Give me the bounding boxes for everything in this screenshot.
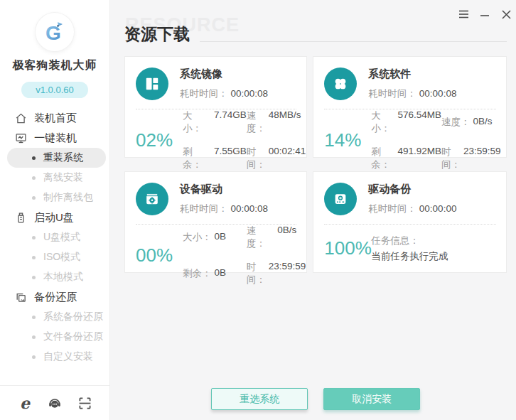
windows-grid-icon: [136, 68, 168, 100]
sidebar-item-label: 文件备份还原: [43, 330, 103, 343]
sidebar-item-label: 离线安装: [43, 171, 83, 184]
close-icon[interactable]: [497, 7, 515, 21]
stat-value: 0B/s: [473, 116, 492, 129]
sidebar-item-local-mode[interactable]: 本地模式: [0, 267, 109, 287]
card-title: 系统镜像: [180, 68, 268, 81]
stat-value: 0B: [215, 231, 227, 244]
sidebar-item-label: 装机首页: [34, 112, 77, 125]
driver-box-icon: [136, 183, 168, 215]
stat-label: 速度：: [247, 225, 275, 250]
stat-label: 速度：: [247, 109, 266, 135]
sidebar-item-boot-usb[interactable]: 启动U盘: [0, 208, 109, 227]
sidebar-item-system-backup-restore[interactable]: 系统备份还原: [0, 307, 109, 327]
minimize-icon[interactable]: [475, 7, 494, 21]
stat-value: 48MB/s: [269, 109, 301, 135]
sidebar-item-label: 启动U盘: [34, 211, 74, 225]
app-title: 极客狗装机大师: [13, 58, 97, 73]
sidebar-item-make-offline-package[interactable]: 制作离线包: [0, 188, 109, 208]
sidebar-item-label: U盘模式: [43, 231, 80, 244]
version-badge: v1.0.0.60: [21, 82, 88, 98]
sidebar-item-custom-install[interactable]: 自定义安装: [0, 347, 109, 367]
bullet-icon: [32, 236, 36, 239]
elapsed-value: 00:00:08: [419, 88, 457, 99]
main-panel: RESOURCE 资源下载 系统镜像 耗时时间：00:00:08: [110, 0, 516, 420]
clover-icon: [324, 68, 357, 100]
cancel-install-button[interactable]: 取消安装: [323, 388, 420, 410]
bullet-icon: [32, 355, 36, 359]
bullet-icon: [32, 276, 36, 279]
card-system-image: 系统镜像 耗时时间：00:00:08 02% 大小：7.74GB 速度：48MB…: [124, 56, 307, 158]
ie-browser-icon[interactable]: e: [17, 395, 33, 411]
sidebar-item-label: 本地模式: [43, 271, 83, 284]
download-cards: 系统镜像 耗时时间：00:00:08 02% 大小：7.74GB 速度：48MB…: [124, 56, 507, 273]
stat-label: 时间：: [441, 146, 461, 171]
sidebar-item-label: 备份还原: [34, 291, 77, 304]
sidebar-item-label: 重装系统: [43, 151, 83, 164]
action-buttons: 重选系统 取消安装: [110, 388, 516, 420]
task-info-label: 任务信息：: [371, 233, 448, 249]
page-header: RESOURCE 资源下载: [124, 21, 507, 45]
stat-value: 0B/s: [277, 225, 296, 250]
sidebar-item-home[interactable]: 装机首页: [0, 108, 109, 128]
progress-percent: 00%: [136, 244, 183, 266]
sidebar-item-reinstall-system[interactable]: 重装系统: [7, 148, 106, 168]
bullet-icon: [32, 335, 36, 339]
stat-label: 大小：: [371, 109, 394, 135]
stat-label: 速度：: [441, 116, 471, 129]
elapsed-label: 耗时时间：: [180, 203, 228, 214]
sidebar-item-offline-install[interactable]: 离线安装: [0, 168, 109, 188]
stat-value: 23:59:59: [269, 261, 306, 286]
elapsed-label: 耗时时间：: [368, 88, 416, 99]
sidebar-item-file-backup-restore[interactable]: 文件备份还原: [0, 327, 109, 347]
reselect-system-button[interactable]: 重选系统: [211, 388, 308, 410]
sidebar-item-one-click-install[interactable]: 一键装机: [0, 128, 109, 148]
card-title: 系统软件: [368, 68, 456, 81]
elapsed-value: 00:00:08: [231, 203, 269, 214]
page-title: 资源下载: [124, 23, 200, 45]
sidebar: G 极客狗装机大师 v1.0.0.60 装机首页一键装机重装系统离线安装制作离线…: [0, 0, 110, 420]
elapsed-value: 00:00:00: [419, 203, 457, 214]
app-logo: G: [36, 13, 74, 51]
sidebar-item-label: 制作离线包: [43, 191, 93, 204]
sidebar-item-label: ISO模式: [43, 251, 80, 264]
sidebar-item-iso-mode[interactable]: ISO模式: [0, 247, 109, 267]
sidebar-item-usb-mode[interactable]: U盘模式: [0, 227, 109, 247]
qr-scan-icon[interactable]: [77, 395, 92, 411]
task-info-text: 当前任务执行完成: [371, 249, 448, 264]
stat-value: 0B: [215, 267, 227, 280]
window-controls: [454, 7, 515, 21]
backup-icon: [15, 291, 27, 303]
menu-icon[interactable]: [454, 7, 473, 21]
usb-icon: [15, 212, 27, 224]
stat-value: 00:02:41: [269, 146, 306, 171]
sidebar-item-label: 自定义安装: [43, 350, 93, 363]
stat-label: 时间：: [247, 146, 266, 171]
bullet-icon: [32, 316, 36, 319]
stat-value: 7.74GB: [214, 109, 247, 135]
stat-label: 大小：: [183, 109, 211, 135]
sidebar-footer: e: [0, 385, 109, 420]
stat-label: 剩余：: [371, 146, 394, 171]
bullet-icon: [32, 256, 36, 259]
sidebar-item-label: 系统备份还原: [43, 311, 103, 323]
header-divider: [200, 41, 507, 42]
card-driver-backup: 驱动备份 耗时时间：00:00:00 100% 任务信息： 当前任务执行完成: [313, 171, 507, 273]
elapsed-label: 耗时时间：: [368, 203, 416, 214]
sidebar-item-label: 一键装机: [34, 131, 77, 145]
stat-value: 491.92MB: [397, 146, 441, 171]
sidebar-item-backup-restore[interactable]: 备份还原: [0, 287, 109, 307]
sidebar-nav: 装机首页一键装机重装系统离线安装制作离线包启动U盘U盘模式ISO模式本地模式备份…: [0, 108, 109, 385]
card-device-driver: 设备驱动 耗时时间：00:00:08 00% 大小：0B 速度：0B/s 剩余：…: [124, 171, 307, 273]
progress-percent: 02%: [136, 129, 183, 151]
progress-percent: 100%: [324, 237, 371, 259]
card-system-software: 系统软件 耗时时间：00:00:08 14% 大小：576.54MB 速度：0B…: [313, 56, 507, 158]
monitor-icon: [15, 132, 27, 144]
customer-service-icon[interactable]: [47, 395, 63, 411]
bullet-icon: [32, 196, 36, 200]
hard-disk-icon: [324, 183, 357, 215]
bullet-icon: [32, 176, 36, 180]
elapsed-value: 00:00:08: [231, 88, 269, 99]
stat-label: 剩余：: [183, 146, 211, 171]
card-title: 驱动备份: [368, 183, 456, 196]
stat-label: 大小：: [183, 231, 212, 244]
